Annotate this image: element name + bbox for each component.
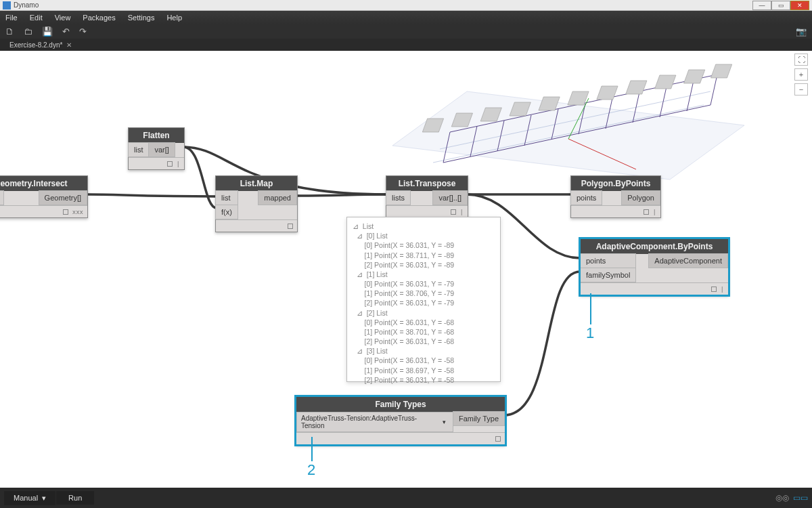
lacing-label: xxx: [72, 209, 83, 215]
lacing-icon[interactable]: [495, 436, 501, 442]
redo-icon[interactable]: ↷: [79, 26, 87, 37]
node-title: Family Types: [296, 397, 505, 412]
menu-edit[interactable]: Edit: [30, 14, 43, 22]
graph-canvas[interactable]: eometry.Intersect etry Geometry[] xxx Fl…: [0, 51, 812, 488]
family-type-dropdown[interactable]: AdaptiveTruss-Tension:AdaptiveTruss-Tens…: [296, 412, 453, 432]
output-port[interactable]: AdaptiveComponent: [648, 253, 728, 268]
dropdown-value: AdaptiveTruss-Tension:AdaptiveTruss-Tens…: [301, 415, 440, 429]
open-icon[interactable]: 🗀: [24, 26, 32, 37]
lacing-icon[interactable]: [63, 209, 68, 215]
close-button[interactable]: ✕: [790, 1, 809, 10]
input-port-points[interactable]: points: [580, 253, 636, 268]
watch-panel[interactable]: ⊿ List ⊿ [0] List [0] Point(X = 36.031, …: [346, 217, 501, 382]
app-logo-icon: [3, 1, 11, 9]
svg-rect-23: [626, 81, 647, 94]
svg-rect-26: [710, 64, 731, 78]
menu-bar: File Edit View Packages Settings Help: [0, 11, 812, 24]
watch-content: ⊿ List ⊿ [0] List [0] Point(X = 36.031, …: [353, 221, 495, 385]
svg-rect-22: [597, 86, 618, 100]
lacing-icon[interactable]: [167, 161, 173, 167]
node-title: AdaptiveComponent.ByPoints: [581, 239, 728, 254]
svg-line-14: [687, 81, 694, 111]
callout-line-2: [311, 437, 313, 461]
zoom-in-button[interactable]: +: [794, 68, 808, 81]
callout-number-2: 2: [307, 461, 315, 479]
output-port[interactable]: Family Type: [453, 411, 505, 426]
node-adaptivecomponent-bypoints[interactable]: AdaptiveComponent.ByPoints points family…: [580, 238, 729, 295]
svg-rect-25: [684, 70, 705, 83]
window-controls: — ▭ ✕: [752, 1, 809, 10]
geometry-preview: [379, 51, 758, 186]
menu-help[interactable]: Help: [166, 14, 182, 22]
output-port[interactable]: var[]..[]: [432, 190, 468, 205]
document-tab-strip: Exercise-8.2.dyn* ✕: [0, 39, 812, 51]
lacing-icon[interactable]: [288, 224, 293, 229]
node-geometry-intersect[interactable]: eometry.Intersect etry Geometry[] xxx: [0, 175, 88, 218]
output-port[interactable]: var[]: [148, 142, 175, 157]
maximize-button[interactable]: ▭: [771, 1, 790, 10]
menu-settings[interactable]: Settings: [128, 14, 155, 22]
callout-number-1: 1: [586, 324, 594, 342]
input-port-fx[interactable]: f(x): [215, 205, 238, 219]
input-port-familysymbol[interactable]: familySymbol: [580, 268, 636, 282]
minimize-button[interactable]: —: [752, 1, 771, 10]
undo-icon[interactable]: ↶: [62, 26, 70, 37]
node-list-transpose[interactable]: List.Transpose lists var[]..[] |: [386, 175, 468, 218]
menu-packages[interactable]: Packages: [83, 14, 115, 22]
output-port[interactable]: mapped: [258, 190, 297, 205]
new-icon[interactable]: 🗋: [5, 26, 14, 37]
node-title: List.Transpose: [386, 176, 468, 191]
menu-view[interactable]: View: [55, 14, 71, 22]
window-titlebar: Dynamo — ▭ ✕: [0, 0, 812, 11]
lacing-icon[interactable]: [644, 209, 649, 215]
node-title: List.Map: [216, 176, 297, 191]
output-port[interactable]: Polygon: [621, 190, 660, 205]
node-polygon-bypoints[interactable]: Polygon.ByPoints points Polygon |: [570, 175, 661, 218]
chevron-down-icon: ▾: [440, 419, 449, 425]
svg-line-15: [710, 75, 717, 105]
output-port[interactable]: Geometry[]: [39, 190, 87, 205]
save-icon[interactable]: 💾: [42, 26, 53, 37]
lacing-icon[interactable]: [711, 287, 717, 292]
input-port[interactable]: list: [128, 142, 149, 157]
chevron-down-icon: ▾: [42, 494, 46, 503]
run-button[interactable]: Run: [56, 491, 94, 505]
toolbar: 🗋 🗀 💾 ↶ ↷ 📷: [0, 24, 812, 39]
input-port[interactable]: lists: [386, 190, 411, 205]
window-title: Dynamo: [14, 1, 39, 9]
run-mode-label: Manual: [14, 494, 38, 502]
camera-icon[interactable]: 📷: [796, 26, 807, 37]
zoom-out-button[interactable]: −: [794, 83, 808, 96]
input-port[interactable]: points: [570, 190, 602, 205]
nav-3d-icon[interactable]: ▭▭: [793, 493, 808, 503]
node-list-map[interactable]: List.Map list f(x) mapped: [215, 175, 298, 232]
node-title: Flatten: [129, 128, 184, 143]
callout-line-1: [590, 293, 591, 324]
status-bar: Manual ▾ Run ◎◎ ▭▭: [0, 488, 812, 508]
tab-label: Exercise-8.2.dyn*: [9, 41, 62, 49]
node-flatten[interactable]: Flatten list var[] |: [128, 127, 185, 170]
lacing-icon[interactable]: [451, 209, 456, 215]
node-title: eometry.Intersect: [0, 176, 87, 191]
node-family-types[interactable]: Family Types AdaptiveTruss-Tension:Adapt…: [296, 396, 505, 445]
svg-rect-24: [655, 75, 676, 89]
nav-graph-icon[interactable]: ◎◎: [775, 493, 789, 503]
active-tab[interactable]: Exercise-8.2.dyn* ✕: [3, 41, 78, 49]
menu-file[interactable]: File: [5, 14, 18, 22]
tab-close-icon[interactable]: ✕: [66, 41, 72, 49]
fit-view-button[interactable]: ⛶: [794, 54, 808, 66]
view-controls: ⛶ + −: [794, 54, 808, 96]
input-port-list[interactable]: list: [215, 190, 238, 205]
run-mode-dropdown[interactable]: Manual ▾: [4, 491, 55, 505]
node-title: Polygon.ByPoints: [571, 176, 660, 191]
